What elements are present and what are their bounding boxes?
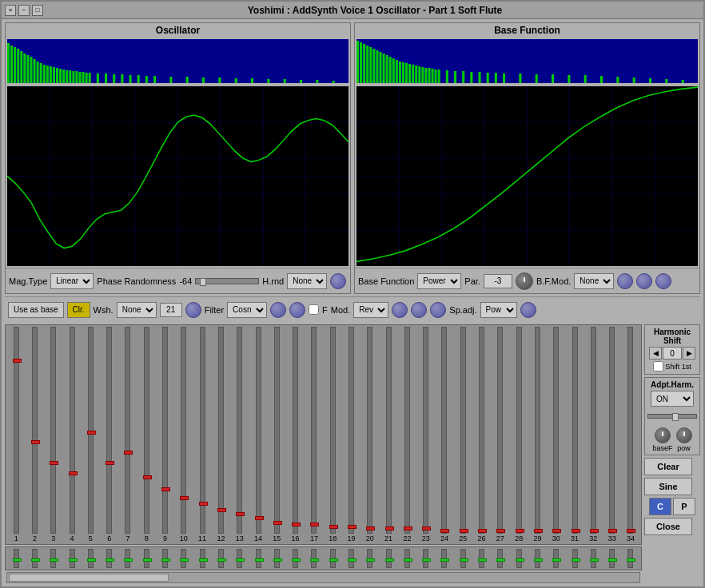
phase-handle-7[interactable] — [124, 558, 133, 562]
amp-handle-19[interactable] — [348, 525, 356, 529]
phase-handle-11[interactable] — [199, 558, 208, 562]
amp-handle-26[interactable] — [478, 529, 487, 533]
mod-btn3[interactable] — [430, 302, 446, 318]
amp-handle-15[interactable] — [273, 521, 282, 525]
max-btn[interactable]: □ — [32, 5, 43, 16]
phase-handle-26[interactable] — [478, 558, 487, 562]
pow-knob[interactable] — [676, 427, 692, 443]
phase-slider-34[interactable] — [622, 549, 639, 568]
phase-slider-12[interactable] — [212, 549, 229, 568]
amp-slider-21[interactable] — [380, 327, 397, 534]
phase-handle-3[interactable] — [50, 558, 58, 562]
phase-slider-2[interactable] — [26, 549, 43, 568]
phase-thumb[interactable] — [200, 278, 206, 286]
amp-handle-31[interactable] — [572, 529, 580, 533]
amp-slider-14[interactable] — [249, 327, 267, 534]
phase-handle-5[interactable] — [87, 558, 96, 562]
amp-handle-29[interactable] — [534, 529, 543, 533]
shift-left-btn[interactable]: ◀ — [649, 347, 662, 360]
amp-slider-8[interactable] — [137, 327, 155, 534]
amp-handle-34[interactable] — [627, 529, 635, 533]
amp-handle-18[interactable] — [329, 525, 338, 529]
amp-handle-23[interactable] — [422, 526, 431, 530]
phase-handle-9[interactable] — [161, 558, 170, 562]
amp-handle-27[interactable] — [496, 529, 505, 533]
phase-slider-22[interactable] — [398, 549, 416, 568]
amp-slider-9[interactable] — [156, 327, 173, 534]
amp-slider-25[interactable] — [454, 327, 472, 534]
amp-handle-32[interactable] — [590, 529, 599, 533]
phase-slider-6[interactable] — [100, 549, 118, 568]
amp-slider-15[interactable] — [268, 327, 285, 534]
phase-track[interactable] — [195, 278, 259, 284]
bfmod-btn3[interactable] — [655, 273, 671, 289]
par-input[interactable]: -3 — [484, 274, 512, 288]
spadj-knob[interactable] — [520, 302, 536, 318]
phase-slider-8[interactable] — [137, 549, 155, 568]
amp-handle-22[interactable] — [404, 526, 412, 530]
adpt-track[interactable] — [647, 414, 697, 419]
amp-slider-16[interactable] — [286, 327, 304, 534]
phase-slider-27[interactable] — [492, 549, 509, 568]
amp-handle-4[interactable] — [69, 471, 78, 475]
amp-handle-8[interactable] — [143, 475, 152, 479]
amp-slider-32[interactable] — [584, 327, 602, 534]
phase-handle-19[interactable] — [348, 558, 356, 562]
phase-handle-15[interactable] — [273, 558, 282, 562]
adpt-select[interactable]: ON — [651, 391, 694, 407]
phase-slider-17[interactable] — [305, 549, 323, 568]
phase-handle-25[interactable] — [460, 558, 468, 562]
amp-handle-25[interactable] — [460, 529, 468, 533]
wsh-knob[interactable] — [185, 302, 201, 318]
sine-button[interactable]: Sine — [644, 478, 692, 495]
amp-handle-14[interactable] — [255, 516, 264, 520]
filter-btn1[interactable] — [270, 302, 286, 318]
base-function-select[interactable]: Power — [417, 273, 461, 289]
bfmod-btn1[interactable] — [617, 273, 633, 289]
amp-handle-12[interactable] — [217, 508, 226, 512]
phase-slider-9[interactable] — [156, 549, 173, 568]
phase-handle-30[interactable] — [552, 558, 561, 562]
phase-slider-16[interactable] — [286, 549, 304, 568]
amp-slider-6[interactable] — [100, 327, 118, 534]
phase-slider-19[interactable] — [342, 549, 360, 568]
bfmod-btn2[interactable] — [636, 273, 652, 289]
par-knob[interactable] — [516, 272, 533, 290]
amp-handle-3[interactable] — [50, 461, 58, 465]
shift-right-btn[interactable]: ▶ — [683, 347, 695, 360]
phase-slider-5[interactable] — [82, 549, 99, 568]
phase-slider-26[interactable] — [472, 549, 490, 568]
phase-slider-14[interactable] — [249, 549, 267, 568]
phase-slider-32[interactable] — [584, 549, 602, 568]
amp-slider-17[interactable] — [305, 327, 323, 534]
min-btn[interactable]: − — [18, 5, 30, 16]
hrnd-select[interactable]: None — [287, 273, 327, 289]
phase-slider-29[interactable] — [528, 549, 546, 568]
shift-1st-checkbox[interactable] — [653, 361, 663, 371]
filter-select[interactable]: Cosn — [227, 302, 267, 318]
phase-handle-27[interactable] — [496, 558, 505, 562]
close-button[interactable]: Close — [644, 518, 692, 535]
phase-slider-4[interactable] — [63, 549, 81, 568]
phase-slider-33[interactable] — [603, 549, 621, 568]
amp-slider-10[interactable] — [175, 327, 193, 534]
amp-handle-9[interactable] — [161, 487, 170, 491]
hrnd-knob[interactable] — [330, 273, 346, 289]
amp-handle-10[interactable] — [180, 496, 189, 500]
scrollbar-thumb[interactable] — [9, 574, 169, 582]
phase-slider-7[interactable] — [119, 549, 137, 568]
phase-slider-21[interactable] — [380, 549, 397, 568]
phase-slider-1[interactable] — [7, 549, 25, 568]
clr-btn[interactable]: Clr. — [67, 302, 90, 318]
amp-handle-24[interactable] — [440, 529, 449, 533]
phase-handle-2[interactable] — [31, 558, 40, 562]
filter-btn2[interactable] — [289, 302, 305, 318]
phase-slider-11[interactable] — [193, 549, 211, 568]
amp-handle-11[interactable] — [199, 502, 208, 506]
amp-slider-33[interactable] — [603, 327, 621, 534]
amp-slider-27[interactable] — [492, 327, 509, 534]
phase-handle-6[interactable] — [106, 558, 114, 562]
phase-slider-30[interactable] — [548, 549, 565, 568]
amp-handle-6[interactable] — [106, 461, 114, 465]
phase-handle-34[interactable] — [627, 558, 635, 562]
